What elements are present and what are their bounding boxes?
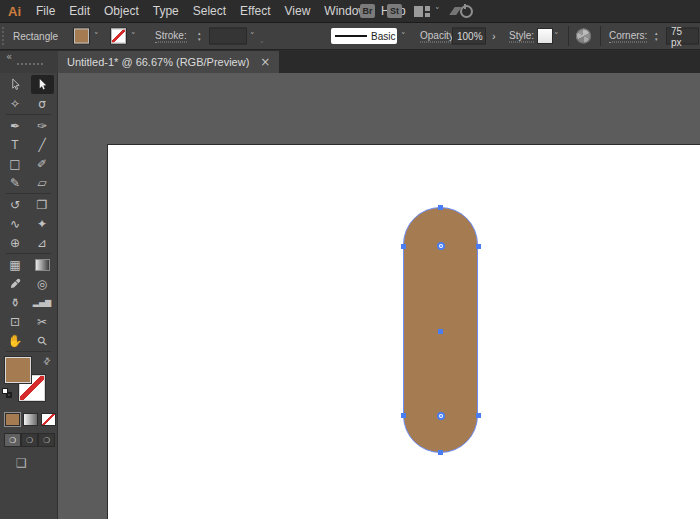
corner-widget-top[interactable] xyxy=(437,242,445,250)
default-fill-stroke-icon[interactable] xyxy=(2,388,13,399)
anchor-point-lower-right[interactable] xyxy=(476,413,481,418)
toolbar-divider xyxy=(6,193,51,194)
document-tab[interactable]: Untitled-1* @ 66.67% (RGB/Preview) × xyxy=(58,51,279,73)
opacity-more-button[interactable]: › xyxy=(492,30,496,42)
separator xyxy=(600,26,601,46)
rectangle-tool[interactable]: □ xyxy=(4,154,27,173)
stroke-chevron-down-icon[interactable]: ˅ xyxy=(131,32,136,41)
corner-widget-bottom[interactable] xyxy=(437,412,445,420)
puppet-warp-icon: ✦ xyxy=(37,218,47,230)
hand-tool[interactable]: ✋ xyxy=(4,331,27,350)
stroke-weight-input[interactable] xyxy=(209,28,247,45)
draw-inside-button[interactable]: ❍ xyxy=(38,433,55,447)
direct-selection-arrow-icon xyxy=(37,78,48,91)
separator xyxy=(568,26,569,46)
pen-tool[interactable]: ✒ xyxy=(4,116,27,135)
corners-input[interactable]: 75 px xyxy=(666,28,699,45)
zoom-tool[interactable]: ⚲ xyxy=(31,331,54,350)
shape-center-point[interactable] xyxy=(438,329,443,334)
brush-name: Basic xyxy=(371,31,395,42)
artboard-icon: ⊡ xyxy=(10,316,20,328)
menu-edit[interactable]: Edit xyxy=(62,4,97,18)
menu-effect[interactable]: Effect xyxy=(233,4,277,18)
gradient-tool[interactable] xyxy=(31,255,54,274)
eyedropper-tool[interactable] xyxy=(4,274,27,293)
menu-select[interactable]: Select xyxy=(186,4,233,18)
shape-builder-tool[interactable]: ⊕ xyxy=(4,233,27,252)
style-label[interactable]: Style: xyxy=(509,30,534,43)
control-bar: Rectangle ˅ ˅ Stroke: ▴ ▾ ˅ ˅ Basic ˅ Op… xyxy=(0,22,700,50)
graphic-style-swatch[interactable] xyxy=(537,28,553,44)
type-tool[interactable]: T xyxy=(4,135,27,154)
panel-grip[interactable] xyxy=(17,63,43,65)
draw-normal-button[interactable]: ❍ xyxy=(4,433,21,447)
anchor-point-upper-right[interactable] xyxy=(476,244,481,249)
direct-selection-tool[interactable] xyxy=(31,75,54,94)
mesh-tool[interactable]: ▦ xyxy=(4,255,27,274)
hand-icon: ✋ xyxy=(8,335,23,347)
width-tool[interactable]: ∿ xyxy=(4,214,27,233)
stroke-color-swatch[interactable] xyxy=(111,29,126,44)
symbol-sprayer-tool[interactable]: ⚱ xyxy=(4,293,27,312)
none-button[interactable] xyxy=(41,413,56,426)
paintbrush-tool[interactable]: ✐ xyxy=(31,154,54,173)
slice-tool[interactable]: ✂ xyxy=(31,312,54,331)
color-button[interactable] xyxy=(5,413,20,426)
fill-proxy-swatch[interactable] xyxy=(5,357,31,383)
magic-wand-tool[interactable]: ✧ xyxy=(4,94,27,113)
swap-fill-stroke-icon[interactable]: ⇄ xyxy=(41,355,53,367)
stroke-weight-label[interactable]: Stroke: xyxy=(155,30,187,43)
lasso-tool[interactable]: σ xyxy=(31,94,54,113)
draw-behind-button[interactable]: ❍ xyxy=(21,433,38,447)
stroke-weight-chevron-icon[interactable]: ˅ xyxy=(250,32,255,41)
anchor-point-lower-left[interactable] xyxy=(401,413,406,418)
mesh-icon: ▦ xyxy=(9,259,20,271)
stock-button[interactable]: St xyxy=(387,4,402,18)
corners-stepper[interactable]: ▴ ▾ xyxy=(655,31,658,42)
anchor-point-top[interactable] xyxy=(438,205,443,210)
brush-chevron-down-icon[interactable]: ˅ xyxy=(401,32,406,41)
corners-label[interactable]: Corners: xyxy=(609,30,647,43)
fill-chevron-down-icon[interactable]: ˅ xyxy=(94,32,99,41)
artboard-tool[interactable]: ⊡ xyxy=(4,312,27,331)
drawing-modes: ❍ ❍ ❍ xyxy=(4,433,55,447)
document-tab-title: Untitled-1* @ 66.67% (RGB/Preview) xyxy=(67,56,249,68)
style-chevron-down-icon[interactable]: ˅ xyxy=(554,32,559,41)
close-icon[interactable]: × xyxy=(260,56,270,68)
menu-type[interactable]: Type xyxy=(146,4,186,18)
recolor-artwork-icon[interactable] xyxy=(576,29,591,44)
gradient-button[interactable] xyxy=(23,413,38,426)
panel-grip[interactable] xyxy=(2,27,7,45)
menu-file[interactable]: File xyxy=(29,4,62,18)
anchor-point-bottom[interactable] xyxy=(438,450,443,455)
puppet-warp-tool[interactable]: ✦ xyxy=(31,214,54,233)
shaper-tool[interactable]: ✎ xyxy=(4,173,27,192)
scale-tool[interactable]: ❐ xyxy=(31,195,54,214)
rotate-tool[interactable]: ↺ xyxy=(4,195,27,214)
fill-color-swatch[interactable] xyxy=(74,29,89,44)
width-icon: ∿ xyxy=(10,218,20,230)
gpu-performance-button[interactable] xyxy=(452,5,473,18)
selection-tool[interactable] xyxy=(4,75,27,94)
stroke-weight-stepper[interactable]: ▴ ▾ xyxy=(198,31,201,42)
blend-tool[interactable]: ◎ xyxy=(31,274,54,293)
gradient-icon xyxy=(35,259,50,271)
curvature-tool[interactable]: ✑ xyxy=(31,116,54,135)
line-segment-icon: ╱ xyxy=(38,139,45,151)
bridge-button[interactable]: Br xyxy=(360,4,375,18)
anchor-point-upper-left[interactable] xyxy=(401,244,406,249)
collapse-panel-button[interactable]: « xyxy=(6,51,12,62)
column-graph-tool[interactable]: ▂▄▆ xyxy=(31,293,54,312)
change-screen-mode-button[interactable]: ❑ xyxy=(16,456,57,470)
rectangle-icon: □ xyxy=(9,158,20,170)
line-segment-tool[interactable]: ╱ xyxy=(31,135,54,154)
eraser-tool[interactable]: ▱ xyxy=(31,173,54,192)
toolbar-divider xyxy=(6,351,51,352)
workspace-switcher[interactable]: ˅ xyxy=(414,6,440,17)
brush-definition-dropdown[interactable]: Basic xyxy=(331,28,397,44)
menu-view[interactable]: View xyxy=(278,4,318,18)
perspective-grid-tool[interactable]: ⊿ xyxy=(31,233,54,252)
pen-icon: ✒ xyxy=(10,120,20,132)
menu-object[interactable]: Object xyxy=(97,4,146,18)
opacity-input[interactable]: 100% xyxy=(452,28,486,45)
